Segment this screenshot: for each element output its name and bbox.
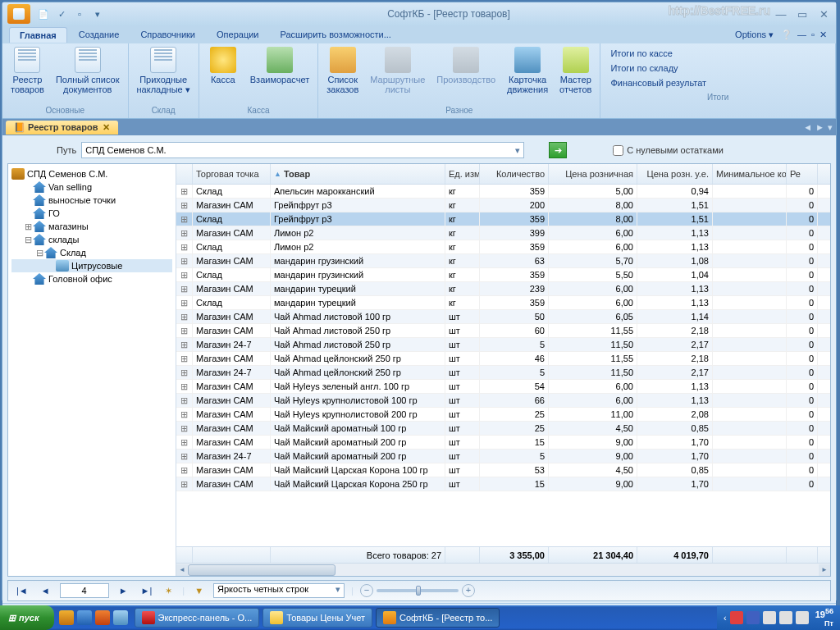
table-row[interactable]: ⊞ Магазин САМ Чай Ahmad цейлонский 250 г… [176,352,830,366]
row-expand-icon[interactable]: ⊞ [176,199,193,212]
row-expand-icon[interactable]: ⊞ [176,450,193,463]
qat-save-icon[interactable]: ▫ [73,7,86,21]
pager-add-icon[interactable]: ✶ [162,584,176,598]
zoom-out-button[interactable]: − [360,584,373,597]
start-button[interactable]: ⊞пуск [0,605,54,630]
maximize-icon[interactable]: ▭ [795,8,810,21]
table-row[interactable]: ⊞ Склад Грейпфрут р3 кг 359 8,00 1,51 0 [176,212,830,226]
tray-expand-icon[interactable]: ‹ [724,613,727,623]
tab-create[interactable]: Создание [69,27,130,42]
row-expand-icon[interactable]: ⊞ [176,240,193,253]
tree-warehouse[interactable]: ⊟Склад [11,246,172,259]
mdi-restore-icon[interactable]: ▫ [811,30,815,39]
tab-next-icon[interactable]: ► [815,122,824,133]
brightness-combo[interactable]: Яркость четных строк [213,583,345,598]
row-expand-icon[interactable]: ⊞ [176,422,193,435]
col-spot[interactable]: Торговая точка [193,164,271,184]
tree-shops[interactable]: ⊞магазины [11,220,172,233]
row-expand-icon[interactable]: ⊞ [176,477,193,491]
minimize-icon[interactable]: — [774,8,788,21]
table-row[interactable]: ⊞ Склад мандарин грузинский кг 359 5,50 … [176,268,830,282]
pager-filter-icon[interactable]: ▼ [191,584,207,597]
table-row[interactable]: ⊞ Магазин САМ Чай Hyleys зеленый англ. 1… [176,380,830,394]
taskbar-clock[interactable]: 1956Пт [815,607,833,628]
tab-prev-icon[interactable]: ◄ [803,122,812,133]
btn-production[interactable]: Производство [431,45,500,104]
row-expand-icon[interactable]: ⊞ [176,380,193,393]
mdi-close-icon[interactable]: ✕ [819,30,827,40]
table-row[interactable]: ⊞ Магазин САМ мандарин турецкий кг 239 6… [176,282,830,296]
qat-dropdown-icon[interactable]: ▾ [91,7,104,21]
col-r[interactable]: Ре [787,164,818,184]
btn-route-sheets[interactable]: Маршрутныелисты [365,45,430,104]
ql-browser-icon[interactable] [59,610,74,625]
scrollbar-thumb[interactable] [188,564,336,576]
grid-body[interactable]: ⊞ Склад Апельсин марокканский кг 359 5,0… [176,185,830,546]
row-expand-icon[interactable]: ⊞ [176,338,193,351]
horizontal-scrollbar[interactable] [176,563,830,576]
go-button[interactable]: ➔ [549,142,567,158]
pager-first-icon[interactable]: |◄ [13,584,31,597]
tray-vol-icon[interactable] [796,611,809,624]
tray-net1-icon[interactable] [763,611,776,624]
zoom-slider[interactable] [377,589,459,592]
tree-warehouses[interactable]: ⊟склады [11,233,172,246]
col-expand[interactable] [176,164,193,184]
zero-stock-input[interactable] [613,145,623,156]
btn-cash[interactable]: Касса [203,45,244,104]
table-row[interactable]: ⊞ Магазин САМ Чай Майский ароматный 200 … [176,436,830,450]
doc-tab-registry[interactable]: 📙 Реестр товаров✕ [6,121,118,135]
row-expand-icon[interactable]: ⊞ [176,185,193,198]
pager-page-input[interactable] [60,583,109,598]
table-row[interactable]: ⊞ Магазин САМ Чай Майский Царская Корона… [176,463,830,477]
col-product[interactable]: Товар [271,164,445,184]
doc-tab-close-icon[interactable]: ✕ [103,122,110,132]
row-expand-icon[interactable]: ⊞ [176,268,193,281]
tree-go[interactable]: ГО [11,207,172,220]
tray-ati-icon[interactable] [730,611,743,624]
link-warehouse-totals[interactable]: Итоги по складу [610,63,825,73]
table-row[interactable]: ⊞ Магазин САМ Чай Майский ароматный 100 … [176,422,830,436]
table-row[interactable]: ⊞ Магазин 24-7 Чай Ahmad листовой 250 гр… [176,338,830,352]
row-expand-icon[interactable]: ⊞ [176,366,193,379]
table-row[interactable]: ⊞ Магазин САМ Чай Hyleys крупнолистовой … [176,408,830,422]
btn-report-master[interactable]: Мастеротчетов [555,45,596,104]
tree-citrus[interactable]: Цитрусовые [11,259,172,272]
row-expand-icon[interactable]: ⊞ [176,226,193,240]
tab-references[interactable]: Справочники [130,27,205,42]
options-menu[interactable]: Options ▾ [730,27,778,43]
table-row[interactable]: ⊞ Магазин САМ Чай Ahmad листовой 100 гр … [176,310,830,324]
row-expand-icon[interactable]: ⊞ [176,408,193,421]
taskbar-folder[interactable]: Товары Цены Учет [262,608,372,628]
col-unit[interactable]: Ед. измер. [445,164,480,184]
ql-desktop-icon[interactable] [113,610,128,625]
pager-last-icon[interactable]: ►| [138,584,156,597]
tab-extend[interactable]: Расширить возможности... [270,27,400,42]
ql-ie-icon[interactable] [77,610,92,625]
row-expand-icon[interactable]: ⊞ [176,436,193,449]
link-financial-result[interactable]: Финансовый результат [610,78,825,88]
col-price-ue[interactable]: Цена розн. у.е. [637,164,713,184]
tree-root[interactable]: СПД Семенов С.М. [11,167,172,180]
col-qty[interactable]: Количество [480,164,549,184]
table-row[interactable]: ⊞ Магазин САМ Лимон р2 кг 399 6,00 1,13 … [176,226,830,240]
row-expand-icon[interactable]: ⊞ [176,212,193,226]
table-row[interactable]: ⊞ Магазин 24-7 Чай Майский ароматный 200… [176,450,830,463]
mdi-minimize-icon[interactable]: — [797,30,806,39]
zero-stock-checkbox[interactable]: С нулевыми остатками [613,145,724,156]
table-row[interactable]: ⊞ Магазин САМ Чай Ahmad листовой 250 гр … [176,324,830,338]
qat-new-icon[interactable]: 📄 [37,7,50,21]
grid-header[interactable]: Торговая точка Товар Ед. измер. Количест… [176,164,830,185]
tray-net2-icon[interactable] [779,611,792,624]
table-row[interactable]: ⊞ Магазин САМ Чай Майский Царская Корона… [176,477,830,491]
taskbar-softkb[interactable]: СофтКБ - [Реестр то... [376,608,500,628]
pager-next-icon[interactable]: ► [116,584,131,597]
ql-firefox-icon[interactable] [95,610,110,625]
btn-goods-registry[interactable]: Реестртоваров [6,45,49,104]
table-row[interactable]: ⊞ Склад Лимон р2 кг 359 6,00 1,13 0 [176,240,830,254]
table-row[interactable]: ⊞ Магазин 24-7 Чай Ahmad цейлонский 250 … [176,366,830,380]
row-expand-icon[interactable]: ⊞ [176,310,193,323]
zoom-thumb[interactable] [416,586,421,596]
zoom-in-button[interactable]: + [462,584,475,597]
table-row[interactable]: ⊞ Магазин САМ Чай Hyleys крупнолистовой … [176,394,830,408]
